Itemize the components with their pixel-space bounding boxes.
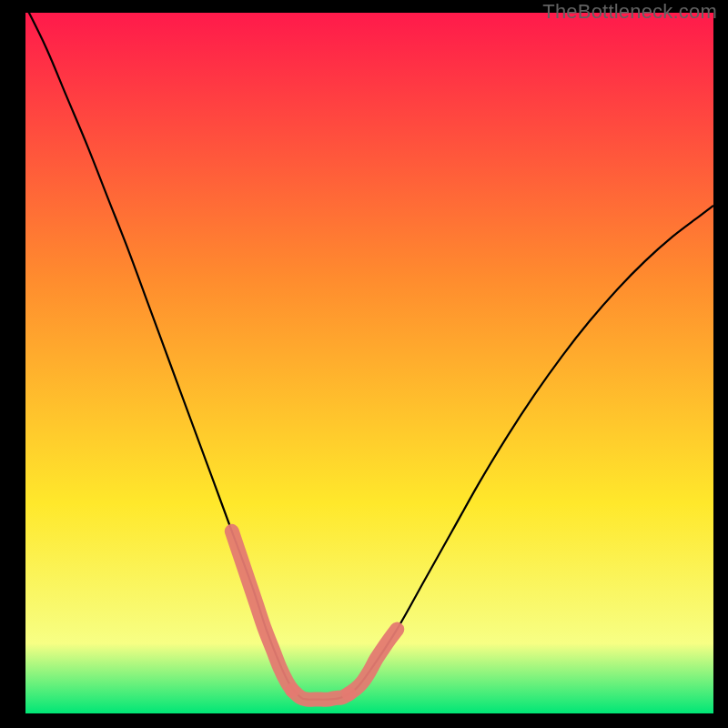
chart-stage: TheBottleneck.com — [0, 0, 728, 728]
plot-area — [25, 13, 713, 713]
gradient-background — [25, 13, 713, 713]
watermark-text: TheBottleneck.com — [542, 0, 717, 24]
valley-chart — [25, 13, 713, 713]
